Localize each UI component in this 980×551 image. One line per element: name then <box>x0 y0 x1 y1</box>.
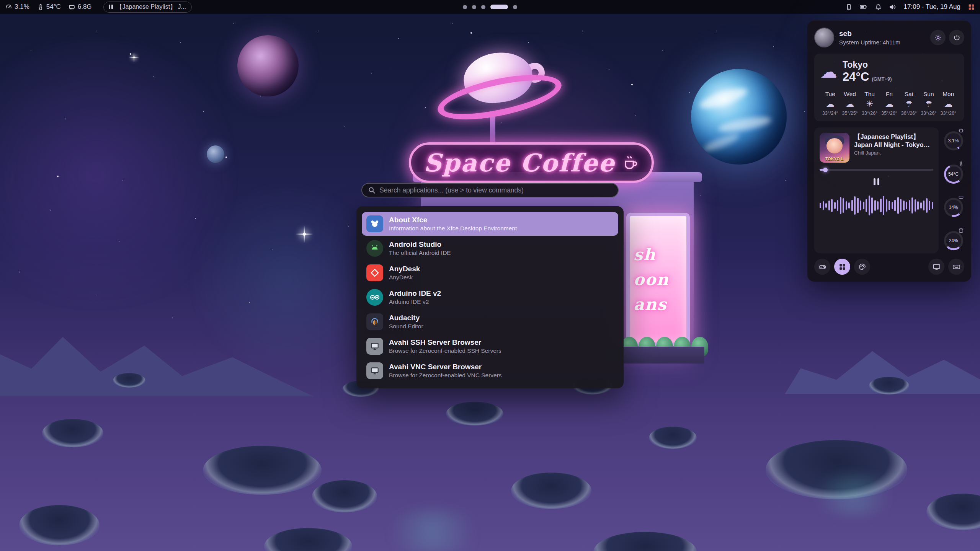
volume-icon[interactable] <box>889 4 896 10</box>
app-name: AnyDesk <box>389 265 420 273</box>
forecast-day: Sun ☂ 33°/26° <box>919 91 938 116</box>
track-progress-bar[interactable] <box>820 169 933 171</box>
thermometer-icon <box>37 4 44 10</box>
weather-temp: 24°C <box>843 70 869 84</box>
launcher-search[interactable] <box>361 183 619 197</box>
workspace-dot-active[interactable] <box>490 5 508 9</box>
palette-button[interactable] <box>854 259 870 275</box>
app-name: Avahi VNC Server Browser <box>389 363 502 371</box>
search-icon <box>368 187 376 194</box>
app-desc: Browse for Zeroconf-enabled VNC Servers <box>389 372 502 379</box>
cpu-usage-value: 3.1% <box>15 3 29 11</box>
forecast-day: Wed ☁ 35°/25° <box>840 91 859 116</box>
workspace-dot[interactable] <box>481 5 485 9</box>
workspace-dot[interactable] <box>463 5 467 9</box>
audacity-icon <box>366 313 383 330</box>
app-row-android-studio[interactable]: Android Studio The official Android IDE <box>362 236 618 260</box>
apps-button[interactable] <box>834 259 850 275</box>
thermometer-icon <box>959 161 964 166</box>
progress-knob[interactable] <box>823 168 828 172</box>
cpu-usage-indicator[interactable]: 3.1% <box>5 3 29 11</box>
crater <box>19 505 100 545</box>
app-row-audacity[interactable]: Audacity Sound Editor <box>362 310 618 334</box>
pause-button[interactable] <box>871 176 882 187</box>
crater <box>203 446 322 495</box>
avahi-vnc-icon <box>366 362 383 379</box>
app-name: Avahi SSH Server Browser <box>389 338 501 347</box>
memory-indicator[interactable]: 6.8G <box>69 3 92 11</box>
sign-post <box>490 115 495 144</box>
gamepad-icon <box>818 263 826 271</box>
app-launcher-list: About Xfce Information about the Xfce De… <box>356 206 624 388</box>
system-uptime: System Uptime: 4h11m <box>839 39 900 46</box>
forecast-day: Sat ☂ 36°/26° <box>899 91 919 116</box>
settings-button[interactable] <box>930 30 946 45</box>
stat-disk: 24% <box>943 228 965 253</box>
app-row-about-xfce[interactable]: About Xfce Information about the Xfce De… <box>362 212 618 236</box>
panel-header: seb System Uptime: 4h11m <box>814 28 964 47</box>
coffee-cup-icon <box>622 154 639 171</box>
battery-icon[interactable] <box>860 4 867 10</box>
notification-bell-icon[interactable] <box>875 4 882 10</box>
workspace-dot[interactable] <box>513 5 517 9</box>
temperature-indicator[interactable]: 54°C <box>37 3 61 11</box>
app-row-avahi-vnc[interactable]: Avahi VNC Server Browser Browse for Zero… <box>362 359 618 383</box>
app-grid-icon[interactable] <box>968 4 975 10</box>
stat-value: 14% <box>949 205 958 210</box>
ground-glow <box>375 509 490 551</box>
user-avatar[interactable] <box>814 28 834 47</box>
android-studio-icon <box>366 240 383 257</box>
keyboard-button[interactable] <box>948 259 964 275</box>
cpu-icon <box>959 128 964 133</box>
forecast-icon: ☁ <box>846 100 854 108</box>
workspace-indicator[interactable] <box>463 5 517 9</box>
xfce-icon <box>366 215 383 232</box>
app-row-anydesk[interactable]: AnyDesk AnyDesk <box>362 261 618 285</box>
track-artist: Chill Japan. <box>854 150 933 156</box>
neon-sign: Space Coffee <box>409 142 654 183</box>
small-moon <box>207 145 224 163</box>
weather-city: Tokyo <box>843 60 892 70</box>
panel-quick-buttons <box>814 259 964 275</box>
window-neon-text: sh <box>634 245 686 264</box>
forecast-icon: ☂ <box>925 100 933 108</box>
arduino-icon <box>366 289 383 306</box>
app-desc: Arduino IDE v2 <box>389 298 441 305</box>
ram-icon <box>959 195 964 200</box>
keyboard-icon <box>952 263 960 271</box>
app-row-avahi-ssh[interactable]: Avahi SSH Server Browser Browse for Zero… <box>362 334 618 358</box>
memory-value: 6.8G <box>78 3 92 11</box>
search-input[interactable] <box>379 186 612 194</box>
forecast-icon: ☁ <box>944 100 952 108</box>
stat-temperature: 54°C <box>943 161 965 186</box>
now-playing-title: 【Japanese Playlist】 J... <box>116 3 186 11</box>
track-title: 【Japanese Playlist】 Japan All Night - To… <box>854 133 933 148</box>
app-desc: Sound Editor <box>389 323 423 330</box>
album-art[interactable]: TOKYO L <box>820 133 849 163</box>
stat-cpu: 3.1% <box>943 128 965 153</box>
shop-window: sh oon ans <box>626 213 690 346</box>
workspace-dot[interactable] <box>472 5 476 9</box>
clock[interactable]: 17:09 - Tue, 19 Aug <box>904 3 960 11</box>
disk-icon <box>959 228 964 233</box>
crater <box>113 373 145 388</box>
pause-icon <box>109 5 113 9</box>
forecast-icon: ☀ <box>866 100 874 108</box>
weather-widget[interactable]: ☁ Tokyo 24°C (GMT+9) Tue ☁ 33°/24° Wed ☁… <box>814 54 964 121</box>
stat-value: 54°C <box>948 171 959 177</box>
forecast-icon: ☁ <box>826 100 835 108</box>
floating-cup <box>454 46 538 119</box>
window-neon-text: ans <box>634 295 686 314</box>
app-desc: The official Android IDE <box>389 249 451 256</box>
app-row-arduino[interactable]: Arduino IDE v2 Arduino IDE v2 <box>362 285 618 309</box>
stat-memory: 14% <box>943 195 965 219</box>
app-name: Audacity <box>389 314 423 322</box>
power-icon <box>953 34 960 41</box>
ground-glow <box>804 474 903 517</box>
gamepad-button[interactable] <box>814 259 830 275</box>
now-playing-pill[interactable]: 【Japanese Playlist】 J... <box>103 2 192 13</box>
phone-icon[interactable] <box>846 4 852 10</box>
screen-record-button[interactable] <box>928 259 944 275</box>
forecast-day: Fri ☁ 35°/26° <box>879 91 899 116</box>
power-button[interactable] <box>949 30 964 45</box>
